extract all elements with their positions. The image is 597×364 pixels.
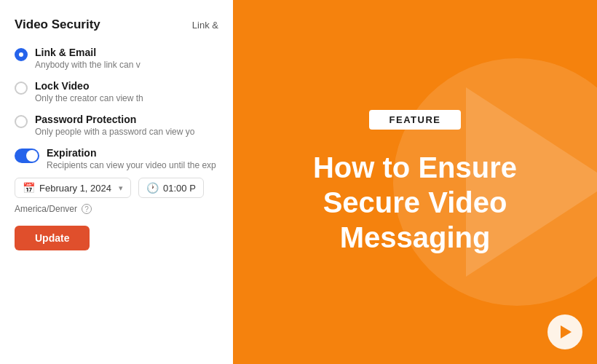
option-label-link-email: Link & Email <box>35 47 141 58</box>
panel-header: Video Security Link & <box>15 17 218 32</box>
date-time-row: 📅 February 1, 2024 ▾ 🕐 01:00 P <box>15 178 218 198</box>
timezone-text: America/Denver <box>15 204 77 214</box>
option-label-lock-video: Lock Video <box>35 80 143 92</box>
play-button[interactable] <box>547 314 582 349</box>
date-selector[interactable]: 📅 February 1, 2024 ▾ <box>15 178 131 198</box>
video-security-panel: Video Security Link & Link & Email Anybo… <box>0 0 233 364</box>
expiration-row[interactable]: Expiration Recipients can view your vide… <box>15 147 218 170</box>
feature-badge: FEATURE <box>369 110 462 130</box>
clock-icon: 🕐 <box>146 182 159 194</box>
info-icon[interactable]: ? <box>82 204 92 214</box>
panel-link-text: Link & <box>192 20 218 31</box>
option-content-password: Password Protection Only people with a p… <box>35 114 194 137</box>
option-content-link-email: Link & Email Anybody with the link can v <box>35 47 141 70</box>
option-row-lock-video[interactable]: Lock Video Only the creator can view th <box>15 80 218 103</box>
timezone-row: America/Denver ? <box>15 204 218 214</box>
time-text: 01:00 P <box>163 183 196 194</box>
expiration-desc: Recipients can view your video until the… <box>47 160 216 170</box>
time-selector[interactable]: 🕐 01:00 P <box>138 178 204 198</box>
update-button[interactable]: Update <box>15 226 90 250</box>
chevron-down-icon: ▾ <box>119 183 123 193</box>
panel-title: Video Security <box>15 17 100 32</box>
option-row-link-email[interactable]: Link & Email Anybody with the link can v <box>15 47 218 70</box>
option-row-password[interactable]: Password Protection Only people with a p… <box>15 114 218 137</box>
hero-title: How to Ensure Secure Video Messaging <box>255 150 575 255</box>
option-content-lock-video: Lock Video Only the creator can view th <box>35 80 143 103</box>
option-label-password: Password Protection <box>35 114 194 125</box>
radio-lock-video[interactable] <box>15 82 28 95</box>
expiration-toggle[interactable] <box>15 149 39 163</box>
feature-panel: FEATURE How to Ensure Secure Video Messa… <box>233 0 597 364</box>
option-desc-lock-video: Only the creator can view th <box>35 93 143 103</box>
date-text: February 1, 2024 <box>39 183 111 194</box>
play-triangle-icon <box>561 325 572 339</box>
option-desc-link-email: Anybody with the link can v <box>35 60 141 70</box>
calendar-icon: 📅 <box>23 182 35 194</box>
radio-password[interactable] <box>15 115 28 128</box>
expiration-label: Expiration <box>47 147 216 159</box>
expiration-content: Expiration Recipients can view your vide… <box>47 147 216 170</box>
radio-link-email[interactable] <box>15 48 28 61</box>
option-desc-password: Only people with a password can view yo <box>35 127 194 137</box>
